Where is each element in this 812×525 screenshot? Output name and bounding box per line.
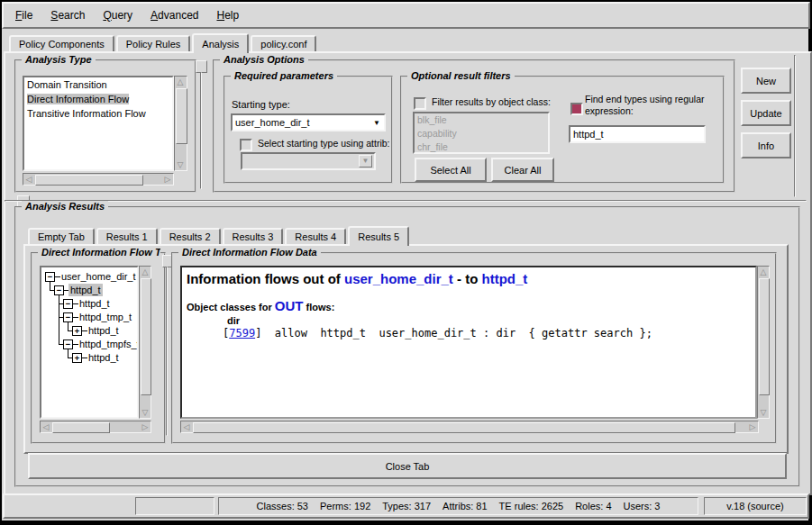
object-class-checkbox-label: Filter results by object class: bbox=[432, 96, 551, 107]
menu-item-search[interactable]: Search bbox=[41, 7, 94, 23]
scroll-right-icon[interactable]: ▷ bbox=[747, 421, 758, 432]
tree-node-httpd-t[interactable]: httpd_t bbox=[68, 284, 103, 296]
object-class-item-blk-file[interactable]: blk_file bbox=[415, 113, 548, 127]
analysis-type-item-domain-transition[interactable]: Domain Transition bbox=[24, 77, 172, 92]
scrollbar-thumb[interactable] bbox=[52, 422, 110, 433]
tab-policy-conf[interactable]: policy.conf bbox=[251, 35, 316, 51]
scroll-left-icon[interactable]: ◁ bbox=[41, 421, 51, 432]
dropdown-arrow-icon[interactable]: ▼ bbox=[370, 119, 384, 127]
clear-all-button[interactable]: Clear All bbox=[491, 158, 554, 182]
scroll-left-icon[interactable]: ◁ bbox=[23, 174, 34, 185]
tree-connector bbox=[50, 282, 50, 291]
window-border-bottom bbox=[0, 520, 812, 525]
new-button[interactable]: New bbox=[741, 68, 791, 94]
select-all-button[interactable]: Select All bbox=[415, 158, 487, 182]
results-tab-results-3[interactable]: Results 3 bbox=[223, 228, 284, 244]
tree-expander-collapse-icon[interactable]: − bbox=[63, 299, 73, 309]
regex-checkbox-label: Find end types using regular expression: bbox=[585, 94, 705, 117]
tree-expander-collapse-icon[interactable]: − bbox=[63, 312, 73, 322]
regex-checkbox[interactable] bbox=[570, 103, 583, 115]
tree-node-httpd-t[interactable]: httpd_t bbox=[87, 324, 121, 337]
starting-type-value: user_home_dir_t bbox=[233, 117, 370, 128]
flow-tree-title: Direct Information Flow T bbox=[38, 247, 160, 258]
scroll-down-icon[interactable]: ▽ bbox=[758, 407, 769, 418]
regex-input[interactable] bbox=[569, 125, 706, 143]
results-sash-line[interactable] bbox=[166, 267, 168, 436]
vertical-sash-line[interactable] bbox=[200, 72, 202, 189]
main-tab-bar: Policy ComponentsPolicy RulesAnalysispol… bbox=[9, 32, 318, 51]
flow-data-title: Direct Information Flow Data bbox=[178, 247, 321, 258]
info-button[interactable]: Info bbox=[741, 132, 791, 158]
menu-item-file[interactable]: File bbox=[6, 7, 41, 23]
flow-tree-vscrollbar[interactable]: △ ▽ bbox=[139, 266, 151, 419]
analysis-type-vscrollbar[interactable]: △ ▽ bbox=[174, 76, 187, 171]
tab-policy-components[interactable]: Policy Components bbox=[9, 35, 114, 51]
results-tab-results-2[interactable]: Results 2 bbox=[160, 228, 221, 244]
rule-id-link[interactable]: 7599 bbox=[229, 327, 255, 339]
apol-window: FileSearchQueryAdvancedHelp Policy Compo… bbox=[0, 0, 812, 525]
object-class-list[interactable]: blk_filecapabilitychr_file bbox=[413, 112, 550, 154]
tree-node-httpd-tmpfs-t[interactable]: httpd_tmpfs_t bbox=[78, 338, 139, 350]
scroll-down-icon[interactable]: ▽ bbox=[175, 159, 186, 170]
tree-node-httpd-t[interactable]: httpd_t bbox=[87, 351, 121, 364]
analysis-type-list[interactable]: Domain TransitionDirect Information Flow… bbox=[23, 76, 174, 171]
menu-item-help[interactable]: Help bbox=[207, 7, 248, 23]
vertical-sash-handle[interactable] bbox=[196, 60, 207, 73]
flow-tree-hscrollbar[interactable]: ◁ ▷ bbox=[40, 421, 151, 433]
scrollbar-thumb[interactable] bbox=[141, 278, 151, 395]
flow-data-hscrollbar[interactable]: ◁ ▷ bbox=[180, 421, 759, 433]
scroll-down-icon[interactable]: ▽ bbox=[140, 407, 151, 418]
tree-expander-expand-icon[interactable]: + bbox=[72, 326, 82, 336]
scrollbar-thumb[interactable] bbox=[193, 422, 735, 433]
scroll-up-icon[interactable]: △ bbox=[758, 267, 769, 277]
object-class-item-capability[interactable]: capability bbox=[415, 127, 548, 140]
attrib-checkbox[interactable] bbox=[240, 139, 252, 151]
attrib-combobox-disabled[interactable]: ▼ bbox=[241, 152, 376, 170]
close-tab-button[interactable]: Close Tab bbox=[28, 453, 787, 479]
scrollbar-thumb[interactable] bbox=[176, 88, 187, 144]
results-tab-results-4[interactable]: Results 4 bbox=[285, 228, 346, 244]
tree-expander-collapse-icon[interactable]: − bbox=[45, 272, 55, 282]
starting-type-combobox[interactable]: user_home_dir_t ▼ bbox=[231, 113, 386, 131]
starting-type-label: Starting type: bbox=[232, 99, 290, 110]
dropdown-arrow-icon[interactable]: ▼ bbox=[359, 155, 372, 167]
tree-node-httpd-tmp-t[interactable]: httpd_tmp_t bbox=[78, 311, 133, 323]
tree-expander-collapse-icon[interactable]: − bbox=[54, 285, 64, 295]
update-button[interactable]: Update bbox=[741, 100, 791, 126]
menu-bar: FileSearchQueryAdvancedHelp bbox=[2, 2, 810, 29]
object-class-checkbox[interactable] bbox=[414, 97, 426, 110]
tree-node-user-home-dir-t[interactable]: user_home_dir_t bbox=[59, 270, 138, 283]
results-tab-results-5[interactable]: Results 5 bbox=[348, 226, 409, 246]
results-tab-bar: Empty TabResults 1Results 2Results 3Resu… bbox=[28, 224, 411, 244]
tab-policy-rules[interactable]: Policy Rules bbox=[116, 35, 191, 51]
scroll-right-icon[interactable]: ▷ bbox=[140, 421, 151, 432]
analysis-type-hscrollbar[interactable]: ◁ ▷ bbox=[23, 173, 174, 186]
analysis-type-item-transitive-information-flow[interactable]: Transitive Information Flow bbox=[24, 106, 172, 121]
flow-tree[interactable]: −user_home_dir_t−httpd_t−httpd_t−httpd_t… bbox=[40, 266, 139, 419]
tab-analysis[interactable]: Analysis bbox=[192, 33, 249, 53]
flow-tree-groupbox: Direct Information Flow T −user_home_dir… bbox=[31, 252, 166, 444]
scroll-right-icon[interactable]: ▷ bbox=[162, 174, 173, 185]
menu-item-advanced[interactable]: Advanced bbox=[141, 7, 207, 23]
results-tab-empty-tab[interactable]: Empty Tab bbox=[28, 228, 95, 244]
scroll-up-icon[interactable]: △ bbox=[140, 267, 151, 277]
menu-item-query[interactable]: Query bbox=[94, 7, 141, 23]
analysis-type-item-direct-information-flow[interactable]: Direct Information Flow bbox=[24, 92, 172, 106]
te-rule-line: [7599] allow httpd_t user_home_dir_t : d… bbox=[223, 327, 755, 339]
results-tab-results-1[interactable]: Results 1 bbox=[96, 228, 158, 244]
scroll-left-icon[interactable]: ◁ bbox=[181, 421, 192, 432]
horizontal-sash-line[interactable] bbox=[5, 200, 807, 202]
scroll-up-icon[interactable]: △ bbox=[175, 77, 186, 87]
analysis-options-title: Analysis Options bbox=[220, 54, 308, 65]
tree-expander-collapse-icon[interactable]: − bbox=[63, 339, 73, 349]
required-parameters-groupbox: Required parameters Starting type: user_… bbox=[224, 76, 393, 184]
scrollbar-thumb[interactable] bbox=[35, 175, 143, 186]
tree-connector bbox=[68, 349, 68, 358]
flow-data-vscrollbar[interactable]: △ ▽ bbox=[757, 266, 770, 419]
tree-expander-expand-icon[interactable]: + bbox=[72, 353, 82, 363]
scrollbar-thumb[interactable] bbox=[759, 278, 770, 395]
tree-node-httpd-t[interactable]: httpd_t bbox=[78, 297, 112, 310]
object-class-item-chr-file[interactable]: chr_file bbox=[415, 140, 548, 154]
flow-data-textarea[interactable]: Information flows out of user_home_dir_t… bbox=[180, 266, 757, 419]
status-bar: Classes: 53Perms: 192Types: 317Attribs: … bbox=[3, 493, 809, 519]
